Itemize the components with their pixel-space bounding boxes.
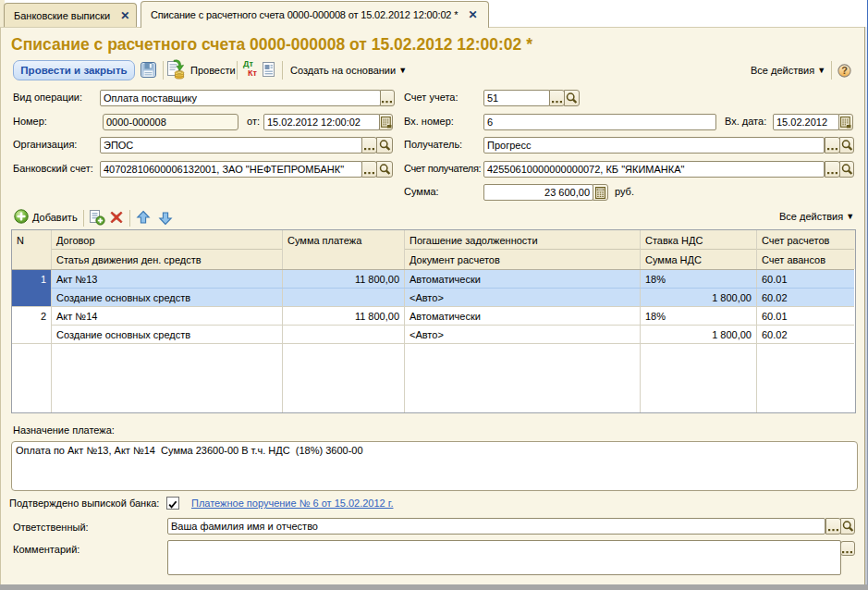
svg-text:?: ? xyxy=(841,65,848,76)
